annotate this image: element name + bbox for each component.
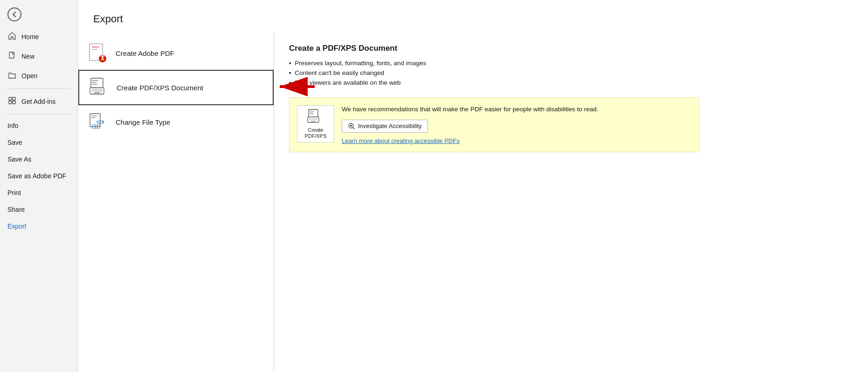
bullet-1: Preserves layout, formatting, fonts, and… [289,60,853,67]
svg-rect-18 [94,92,100,93]
sidebar-item-new[interactable]: New [0,47,78,66]
export-option-pdf-xps-label: Create PDF/XPS Document [117,84,203,92]
svg-rect-22 [91,117,95,118]
svg-rect-1 [9,97,12,100]
svg-rect-25 [310,112,313,113]
new-icon [7,51,17,61]
accessibility-recommendation-text: We have recommendations that will make t… [342,105,691,114]
export-detail-panel: Create a PDF/XPS Document Preserves layo… [274,33,868,372]
svg-point-33 [352,124,353,125]
sidebar-item-save-as-adobe-label: Save as Adobe PDF [7,172,66,180]
detail-bullets: Preserves layout, formatting, fonts, and… [289,60,853,86]
sidebar-item-export[interactable]: Export [0,218,78,235]
svg-rect-24 [310,111,314,111]
export-option-change-file-type[interactable]: Change File Type [78,105,274,139]
sidebar-item-share[interactable]: Share [0,201,78,218]
svg-rect-2 [13,97,15,100]
sidebar-divider-1 [7,88,70,89]
sidebar-item-print-label: Print [7,189,21,196]
svg-rect-21 [91,115,97,116]
learn-more-link[interactable]: Learn more about creating accessible PDF… [342,137,691,144]
page-title: Export [78,0,868,33]
sidebar-item-open[interactable]: Open [0,66,78,86]
export-option-pdf-xps[interactable]: Create PDF/XPS Document [78,70,274,105]
investigate-btn-label: Investigate Accessibility [358,122,422,129]
create-pdf-xps-button[interactable]: CreatePDF/XPS [297,105,334,142]
add-ins-icon [7,96,17,107]
sidebar-divider-2 [7,114,70,115]
sidebar-item-get-add-ins[interactable]: Get Add-ins [0,92,78,111]
sidebar-item-print[interactable]: Print [0,184,78,201]
investigate-accessibility-button[interactable]: Investigate Accessibility [342,120,428,133]
sidebar-item-save-as[interactable]: Save As [0,151,78,168]
open-icon [7,71,17,81]
export-options-list: A Create Adobe PDF [78,33,274,372]
sidebar-item-info-label: Info [7,122,18,129]
sidebar: Home New Open Get Add-ins [0,0,78,372]
svg-rect-26 [310,114,314,114]
detail-title: Create a PDF/XPS Document [289,44,853,53]
sidebar-item-home[interactable]: Home [0,27,78,47]
svg-rect-4 [13,101,15,104]
accessibility-recommendation-box: CreatePDF/XPS We have recommendations th… [289,97,699,152]
svg-point-31 [350,125,352,127]
svg-rect-28 [309,118,317,120]
sidebar-item-get-add-ins-label: Get Add-ins [21,98,55,105]
create-pdf-xps-btn-label: CreatePDF/XPS [304,127,326,139]
bullet-3: Free viewers are available on the web [289,79,853,86]
bullet-2: Content can't be easily changed [289,69,853,76]
svg-rect-15 [92,84,97,85]
export-option-adobe-pdf[interactable]: A Create Adobe PDF [78,36,274,70]
svg-rect-17 [92,89,102,91]
back-button[interactable] [0,4,78,25]
export-option-adobe-pdf-label: Create Adobe PDF [116,49,174,57]
svg-rect-3 [9,101,12,104]
sidebar-item-new-label: New [21,53,34,60]
accessibility-content: We have recommendations that will make t… [342,105,691,144]
sidebar-item-export-label: Export [7,223,26,230]
sidebar-item-share-label: Share [7,206,25,213]
svg-rect-6 [92,47,99,47]
main-content: Export A Create Adobe PDF [78,0,868,372]
svg-rect-0 [9,52,14,58]
export-body: A Create Adobe PDF [78,33,868,372]
sidebar-item-save-as-adobe[interactable]: Save as Adobe PDF [0,168,78,184]
sidebar-item-home-label: Home [21,33,39,41]
svg-rect-29 [311,121,316,122]
sidebar-item-save-as-label: Save As [7,156,31,163]
adobe-pdf-icon: A [88,43,108,63]
sidebar-item-save[interactable]: Save [0,134,78,151]
svg-rect-13 [92,80,98,81]
sidebar-item-info[interactable]: Info [0,117,78,134]
sidebar-item-save-label: Save [7,139,22,146]
pdf-xps-icon [89,77,109,98]
svg-line-32 [353,128,354,129]
export-option-change-file-type-label: Change File Type [116,118,170,126]
sidebar-item-open-label: Open [21,72,37,80]
svg-rect-11 [102,54,103,58]
svg-rect-14 [92,82,96,83]
back-circle-icon [7,7,21,21]
svg-rect-7 [92,49,97,50]
change-file-type-icon [88,112,108,132]
home-icon [7,32,17,42]
